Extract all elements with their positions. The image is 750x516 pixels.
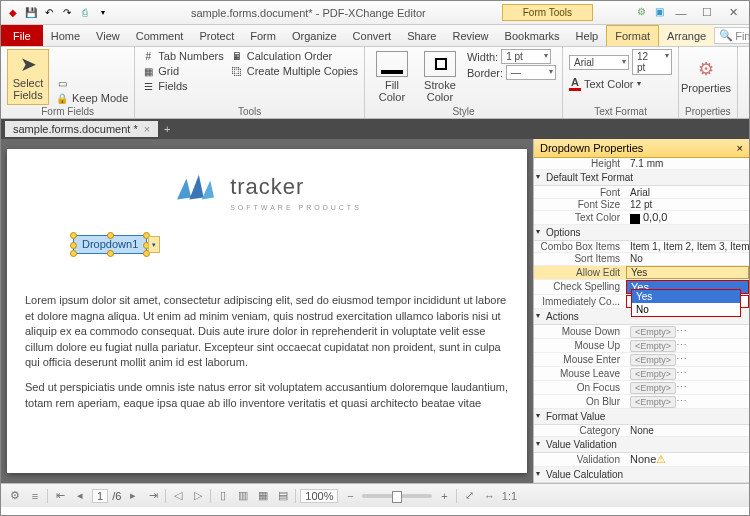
dropdown-option-yes[interactable]: Yes	[632, 290, 740, 303]
new-tab-button[interactable]: +	[158, 123, 176, 135]
menu-form[interactable]: Form	[242, 25, 284, 46]
prop-category[interactable]: None	[626, 425, 749, 436]
prop-sort-value[interactable]: No	[626, 253, 749, 264]
menu-review[interactable]: Review	[444, 25, 496, 46]
document-canvas[interactable]: tracker SOFTWARE PRODUCTS Dropdown1 ▾ Lo…	[1, 139, 533, 483]
save-icon[interactable]: 💾	[23, 5, 39, 21]
sb-layout1-icon[interactable]: ▯	[215, 488, 231, 504]
sb-last-icon[interactable]: ⇥	[145, 488, 161, 504]
scan-icon[interactable]: ⎙	[77, 5, 93, 21]
app-icon: ◆	[5, 5, 21, 21]
font-dropdown[interactable]: Arial	[569, 55, 629, 70]
section-format-value[interactable]: Format Value	[534, 409, 749, 425]
zoom-out-icon[interactable]: −	[342, 488, 358, 504]
tab-numbers-toggle[interactable]: #Tab Numbers	[141, 49, 223, 63]
keep-mode-toggle[interactable]: 🔒Keep Mode	[55, 91, 128, 105]
warning-icon: ⚠	[656, 453, 670, 465]
zoom-slider[interactable]	[362, 494, 432, 498]
menu-home[interactable]: Home	[43, 25, 88, 46]
menu-view[interactable]: View	[88, 25, 128, 46]
prop-menter[interactable]: <Empty>⋯	[626, 353, 749, 366]
menu-help[interactable]: Help	[568, 25, 607, 46]
prop-validation[interactable]: None⚠	[626, 453, 749, 466]
prop-font-value[interactable]: Arial	[626, 187, 749, 198]
properties-button[interactable]: ⚙Properties	[685, 49, 727, 105]
section-default-text[interactable]: Default Text Format	[534, 170, 749, 186]
width-dropdown[interactable]: 1 pt	[501, 49, 551, 64]
section-options[interactable]: Options	[534, 225, 749, 241]
logo-brand: tracker	[230, 172, 362, 203]
prop-height-value[interactable]: 7.1 mm	[626, 158, 749, 169]
find-box[interactable]: 🔍Find...	[714, 27, 750, 44]
sb-prev-icon[interactable]: ◂	[72, 488, 88, 504]
calc-order-button[interactable]: 🖩Calculation Order	[230, 49, 358, 63]
file-tab[interactable]: File	[1, 25, 43, 46]
prop-fontsize-value[interactable]: 12 pt	[626, 199, 749, 210]
stroke-color-button[interactable]: Stroke Color	[419, 49, 461, 105]
field-dropdown-icon[interactable]: ▾	[148, 236, 160, 253]
contextual-tab-label: Form Tools	[502, 4, 593, 21]
sb-first-icon[interactable]: ⇤	[52, 488, 68, 504]
options-icon[interactable]: ⚙	[633, 4, 649, 20]
sb-layout2-icon[interactable]: ▥	[235, 488, 251, 504]
fill-color-button[interactable]: Fill Color	[371, 49, 413, 105]
redo-icon[interactable]: ↷	[59, 5, 75, 21]
sb-fitw-icon[interactable]: ↔	[481, 488, 497, 504]
document-tab[interactable]: sample.forms.document *×	[5, 121, 158, 137]
text-color-button[interactable]: AText Color▾	[569, 76, 672, 91]
sb-layout3-icon[interactable]: ▦	[255, 488, 271, 504]
multi-copies-button[interactable]: ⿻Create Multiple Copies	[230, 64, 358, 78]
panel-close-icon[interactable]: ×	[737, 142, 743, 154]
close-button[interactable]: ✕	[721, 4, 745, 22]
maximize-button[interactable]: ☐	[695, 4, 719, 22]
prop-onblur[interactable]: <Empty>⋯	[626, 395, 749, 408]
page-number-input[interactable]: 1	[92, 489, 108, 503]
section-value-calc[interactable]: Value Calculation	[534, 467, 749, 483]
dropdown-option-no[interactable]: No	[632, 303, 740, 316]
menu-share[interactable]: Share	[399, 25, 444, 46]
minimize-button[interactable]: —	[669, 4, 693, 22]
page-total: /6	[112, 490, 121, 502]
qat-dropdown-icon[interactable]: ▾	[95, 5, 111, 21]
find-icon: 🔍	[719, 29, 733, 42]
dropdown-field-selected[interactable]: Dropdown1 ▾	[73, 235, 147, 254]
properties-header: Dropdown Properties×	[534, 139, 749, 158]
sb-nav1-icon[interactable]: ◁	[170, 488, 186, 504]
prop-combo-value[interactable]: Item 1, Item 2, Item 3, Item 4, Item 5	[626, 241, 749, 252]
zoom-in-icon[interactable]: +	[436, 488, 452, 504]
menu-format[interactable]: Format	[606, 25, 659, 46]
prop-mup[interactable]: <Empty>⋯	[626, 339, 749, 352]
sb-layers-icon[interactable]: ≡	[27, 488, 43, 504]
menu-bookmarks[interactable]: Bookmarks	[497, 25, 568, 46]
undo-icon[interactable]: ↶	[41, 5, 57, 21]
menubar: File Home View Comment Protect Form Orga…	[1, 25, 749, 47]
grid-toggle[interactable]: ▦Grid	[141, 64, 223, 78]
border-dropdown[interactable]: —	[506, 65, 556, 80]
menu-comment[interactable]: Comment	[128, 25, 192, 46]
prop-allowedit-value[interactable]: Yes	[626, 266, 749, 279]
menu-protect[interactable]: Protect	[191, 25, 242, 46]
select-fields-button[interactable]: ➤Select Fields	[7, 49, 49, 105]
section-value-validation[interactable]: Value Validation	[534, 437, 749, 453]
group-text-format: Text Format	[569, 105, 672, 118]
prop-onfocus[interactable]: <Empty>⋯	[626, 381, 749, 394]
fontsize-dropdown[interactable]: 12 pt	[632, 49, 672, 75]
ribbon-toggle-icon[interactable]: ▣	[651, 4, 667, 20]
zoom-input[interactable]: 100%	[300, 489, 338, 503]
prop-mleave[interactable]: <Empty>⋯	[626, 367, 749, 380]
sb-next-icon[interactable]: ▸	[125, 488, 141, 504]
menu-convert[interactable]: Convert	[345, 25, 400, 46]
sb-fit-icon[interactable]: ⤢	[461, 488, 477, 504]
sb-actual-icon[interactable]: 1:1	[501, 488, 517, 504]
prop-mdown[interactable]: <Empty>⋯	[626, 325, 749, 338]
menu-arrange[interactable]: Arrange	[659, 25, 714, 46]
fields-button[interactable]: ☰Fields	[141, 79, 223, 93]
sb-nav2-icon[interactable]: ▷	[190, 488, 206, 504]
sb-layout4-icon[interactable]: ▤	[275, 488, 291, 504]
allowedit-dropdown-popup[interactable]: Yes No	[631, 289, 741, 317]
field-type-icon[interactable]: ▭	[55, 76, 128, 90]
sb-options-icon[interactable]: ⚙	[7, 488, 23, 504]
prop-textcolor-value[interactable]: 0,0,0	[626, 211, 749, 223]
close-tab-icon[interactable]: ×	[144, 123, 150, 135]
menu-organize[interactable]: Organize	[284, 25, 345, 46]
